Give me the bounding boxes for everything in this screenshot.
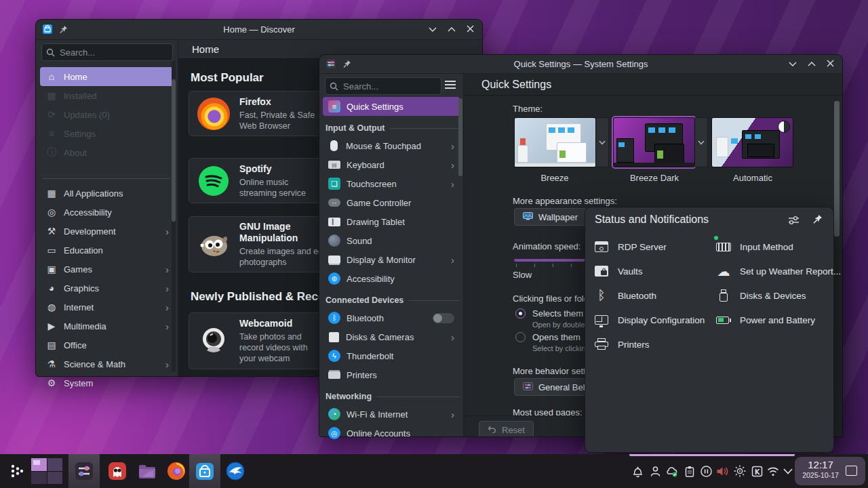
task-system-settings[interactable] [68,454,100,488]
status-item-weather[interactable]: ☁ Set up Weather Report... [715,259,832,283]
status-item-input-method[interactable]: Input Method [715,235,832,259]
sidebar-item-drawing-tablet[interactable]: ▎Drawing Tablet [323,212,460,231]
sidebar-item-installed[interactable]: ▦Installed [40,86,174,105]
category-graphics[interactable]: ◕Graphics› [40,279,174,298]
sidebar-item-printers[interactable]: Printers [323,365,460,384]
battery-icon [715,312,732,328]
keyboard-indicator-icon[interactable]: K [750,464,764,478]
task-discover[interactable] [189,454,220,488]
status-item-rdp-server[interactable]: RDP Server [593,235,713,259]
sidebar-item-mouse-touchpad[interactable]: Mouse & Touchpad› [323,136,460,155]
usb-disk-icon [715,287,732,304]
user-switcher-icon[interactable] [648,464,662,478]
virtual-desktop-pager[interactable] [31,458,62,484]
status-item-power-battery[interactable]: Power and Battery [715,308,832,332]
chevron-right-icon: › [165,283,169,293]
notifications-icon[interactable] [631,464,644,478]
settings-search-input[interactable] [325,77,441,95]
app-launcher-icon[interactable] [9,463,26,482]
sidebar-item-quick-settings[interactable]: ≡ Quick Settings [323,97,460,116]
sidebar-item-sound[interactable]: Sound [323,231,460,250]
hamburger-menu-icon[interactable] [444,80,456,92]
theme-preview-breeze-dark[interactable] [613,117,695,167]
game-controller-icon: ·· [328,199,340,207]
cloud-status-icon[interactable] [665,464,679,478]
theme-name-breeze: Breeze [507,173,602,183]
task-firefox[interactable] [161,454,192,488]
theme-preview-automatic[interactable] [711,117,793,167]
category-science-math[interactable]: ⚗Science & Math› [40,354,174,373]
close-icon[interactable] [467,25,474,33]
section-heading-most-popular: Most Popular [191,71,264,85]
category-development[interactable]: ⚒Development› [40,222,174,241]
sidebar-item-online-accounts[interactable]: ◎Online Accounts [323,424,460,443]
brightness-icon[interactable] [733,464,747,478]
media-player-pause-icon[interactable] [699,464,713,478]
sidebar-item-bluetooth[interactable]: ᛒBluetooth [323,308,460,327]
pin-icon[interactable] [812,214,823,227]
configure-icon[interactable] [788,216,800,228]
digital-clock[interactable]: 12:17 2025-10-17 [800,460,841,479]
sidebar-item-disks-cameras[interactable]: Disks & Cameras› [323,327,460,346]
show-desktop-icon[interactable] [846,466,857,476]
minimize-icon[interactable] [429,26,437,32]
settings-content-scrollbar[interactable] [834,100,840,392]
minimize-icon[interactable] [789,61,797,66]
sidebar-item-touchscreen[interactable]: ❏Touchscreen› [323,174,460,193]
sidebar-item-home[interactable]: ⌂Home [40,67,174,86]
breeze-dark-options-chevron[interactable] [695,117,708,167]
network-wifi-icon[interactable] [766,464,780,478]
keyboard-icon: ▤ [328,161,340,169]
task-dolphin-file-manager[interactable] [132,454,163,488]
audio-volume-icon[interactable] [715,464,729,478]
category-education[interactable]: ▭Education [40,241,174,260]
sidebar-item-settings[interactable]: ≡Settings [40,124,174,143]
sidebar-item-thunderbolt[interactable]: ϟThunderbolt [323,346,460,365]
sidebar-item-game-controller[interactable]: ··Game Controller [323,193,460,212]
status-item-display-configuration[interactable]: Display Configuration [593,308,713,332]
task-ghostwriter[interactable] [102,454,133,488]
discover-titlebar[interactable]: Home — Discover [36,20,482,40]
category-games[interactable]: ▣Games› [40,260,174,279]
sidebar-item-wifi-internet[interactable]: ◔Wi-Fi & Internet› [323,405,460,424]
sidebar-item-updates[interactable]: ⟳Updates (0) [40,105,174,124]
status-notifications-popup: Status and Notifications RDP Server Vaul… [585,207,834,453]
multimedia-icon: ▶ [45,321,58,331]
settings-sidebar-scrollbar[interactable] [458,98,462,302]
theme-preview-breeze[interactable] [514,117,596,167]
wallpaper-button[interactable]: Wallpaper [514,208,587,226]
reset-button[interactable]: Reset [479,421,534,436]
task-falkon[interactable] [220,454,251,488]
category-internet[interactable]: ◍Internet› [40,298,174,317]
status-item-vaults[interactable]: Vaults [593,259,713,283]
clipboard-icon[interactable] [683,464,696,478]
category-multimedia[interactable]: ▶Multimedia› [40,317,174,336]
discover-search-input[interactable] [41,43,173,61]
graphics-icon: ◕ [45,283,58,293]
bluetooth-toggle[interactable] [433,313,454,323]
category-system[interactable]: ⚙System [40,373,174,392]
maximize-icon[interactable] [448,26,456,32]
category-accessibility[interactable]: ◎Accessibility [40,203,174,222]
firefox-icon [197,98,230,130]
accessibility-icon: ⊛ [328,272,340,285]
expand-tray-chevron-icon[interactable] [781,464,795,478]
sidebar-item-about[interactable]: ⓘAbout [40,143,174,162]
science-math-icon: ⚗ [45,359,58,369]
sidebar-item-display-monitor[interactable]: Display & Monitor› [323,250,460,269]
close-icon[interactable] [827,60,834,67]
status-item-bluetooth[interactable]: ᛒ Bluetooth [593,283,713,308]
window-title: Quick Settings — System Settings [319,59,842,69]
breeze-options-chevron[interactable] [596,117,609,167]
sidebar-item-accessibility[interactable]: ⊛Accessibility [323,269,460,288]
sidebar-item-keyboard[interactable]: ▤Keyboard› [323,155,460,174]
status-item-disks-devices[interactable]: Disks & Devices [715,283,832,308]
settings-titlebar[interactable]: Quick Settings — System Settings [319,55,842,74]
radio-selects-them[interactable]: Selects them [515,308,583,319]
radio-opens-them[interactable]: Opens them [515,332,580,342]
category-office[interactable]: ▤Office [40,336,174,354]
discover-sidebar-scrollbar[interactable] [172,60,176,372]
maximize-icon[interactable] [808,61,816,66]
status-item-printers[interactable]: Printers [593,332,713,357]
category-all-applications[interactable]: ▦All Applications [40,184,174,203]
